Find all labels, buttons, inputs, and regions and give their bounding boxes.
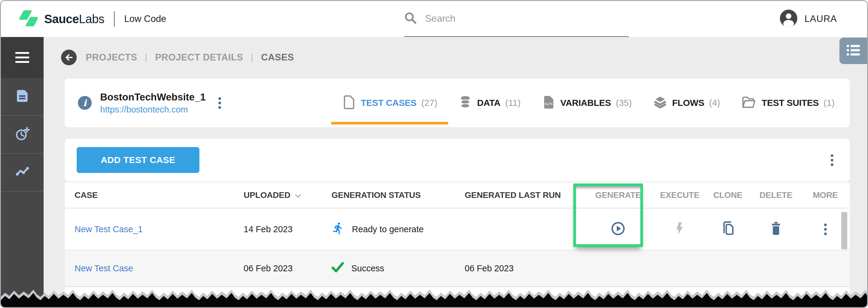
list-panel-button[interactable]	[839, 38, 867, 64]
brand-divider	[114, 11, 115, 27]
list-icon	[845, 43, 861, 59]
avatar-icon	[780, 10, 797, 28]
header-execute: EXECUTE	[653, 190, 707, 200]
case-name-link[interactable]: New Test Case	[74, 264, 244, 273]
table-header-row: CASE UPLOADED GENERATION STATUS GENERATE…	[65, 182, 850, 209]
clone-action[interactable]	[707, 221, 749, 238]
breadcrumb-separator: |	[145, 53, 147, 63]
layers-icon	[653, 95, 668, 111]
toolbar-kebab-menu[interactable]	[827, 153, 838, 168]
search-placeholder: Search	[425, 13, 455, 24]
product-name: Low Code	[124, 13, 166, 24]
generation-status: Success	[332, 262, 465, 275]
table-row: New Test Case_1 14 Feb 2023 Ready to gen…	[65, 209, 850, 251]
kebab-icon	[820, 222, 831, 237]
uploaded-date: 06 Feb 2023	[244, 264, 332, 273]
sidebar-menu-button[interactable]	[1, 37, 43, 78]
trend-icon	[15, 164, 30, 181]
user-name: LAURA	[805, 13, 837, 24]
header-delete: DELETE	[749, 190, 803, 200]
file-icon	[342, 94, 356, 111]
status-text: Ready to generate	[352, 224, 424, 234]
tab-test-suites[interactable]: TEST SUITES (1)	[739, 95, 836, 111]
generate-highlight-box	[573, 183, 643, 247]
breadcrumb-separator: |	[251, 53, 253, 63]
project-url-link[interactable]: https://bostontech.com	[100, 105, 206, 115]
tab-flows[interactable]: FLOWS (4)	[651, 95, 722, 111]
top-bar: SauceLabs Low Code Search	[1, 1, 867, 37]
breadcrumb-cases: CASES	[261, 52, 294, 63]
tab-label: TEST SUITES	[762, 98, 819, 108]
info-icon[interactable]: i	[78, 96, 92, 110]
toolbar-card: ADD TEST CASE	[65, 138, 850, 181]
lightning-icon	[674, 221, 686, 237]
document-icon	[15, 89, 29, 104]
header-generated-last-run: GENERATED LAST RUN	[465, 190, 583, 200]
header-clone: CLONE	[707, 190, 749, 200]
tab-label: TEST CASES	[361, 98, 416, 108]
tab-label: FLOWS	[672, 98, 704, 108]
tab-data[interactable]: DATA (11)	[457, 95, 522, 111]
copy-icon	[721, 221, 735, 238]
case-name-link[interactable]: New Test Case_1	[74, 224, 244, 234]
project-kebab-menu[interactable]	[214, 95, 225, 111]
project-title: BostonTechWebsite_1	[100, 91, 206, 103]
code-file-icon: </>	[542, 94, 556, 111]
torn-edge-decoration	[1, 286, 867, 307]
tab-label: VARIABLES	[560, 98, 611, 108]
tab-count: (35)	[616, 98, 631, 108]
clock-plus-icon	[15, 126, 30, 143]
brand: SauceLabs Low Code	[18, 1, 166, 37]
check-icon	[332, 262, 344, 275]
table-row: New Test Case 06 Feb 2023 Success 06 Feb…	[65, 251, 850, 287]
vertical-scrollbar[interactable]	[841, 212, 847, 249]
tab-variables[interactable]: </> VARIABLES (35)	[540, 94, 634, 111]
header-more: MORE	[803, 190, 848, 200]
tab-count: (1)	[824, 98, 835, 108]
execute-action[interactable]	[653, 221, 707, 237]
brand-bold: Sauce	[44, 12, 79, 26]
sidebar	[1, 37, 43, 307]
header-generation-status: GENERATION STATUS	[332, 190, 465, 200]
tab-count: (11)	[505, 98, 521, 108]
header-uploaded-label: UPLOADED	[244, 190, 290, 200]
tab-count: (27)	[422, 98, 437, 108]
sidebar-item-history[interactable]	[1, 116, 43, 154]
sidebar-item-analytics[interactable]	[1, 154, 43, 192]
chevron-down-icon	[295, 190, 301, 200]
project-info: i BostonTechWebsite_1 https://bostontech…	[78, 91, 225, 115]
user-menu[interactable]: LAURA	[780, 1, 837, 37]
add-test-case-button[interactable]: ADD TEST CASE	[77, 147, 199, 173]
back-button[interactable]	[61, 50, 77, 65]
sidebar-item-projects[interactable]	[1, 78, 43, 116]
project-header-card: i BostonTechWebsite_1 https://bostontech…	[65, 79, 850, 127]
status-text: Success	[351, 264, 384, 273]
generation-status: Ready to generate	[332, 221, 465, 238]
generated-last-run: 06 Feb 2023	[465, 264, 583, 273]
screenshot-frame: SauceLabs Low Code Search	[0, 0, 868, 308]
saucelabs-logo-icon	[18, 8, 38, 29]
project-tabs: TEST CASES (27) DATA (11)	[340, 94, 836, 111]
search-icon	[404, 11, 417, 26]
tab-count: (4)	[709, 98, 720, 108]
breadcrumb-projects[interactable]: PROJECTS	[86, 52, 137, 63]
brand-name: SauceLabs	[44, 12, 104, 26]
database-icon	[458, 95, 472, 111]
folder-open-icon	[741, 95, 757, 111]
breadcrumb: PROJECTS | PROJECT DETAILS | CASES	[61, 50, 294, 65]
svg-text:</>: </>	[545, 101, 553, 106]
uploaded-date: 14 Feb 2023	[244, 224, 332, 234]
main-content: PROJECTS | PROJECT DETAILS | CASES i Bos…	[43, 37, 867, 307]
delete-action[interactable]	[749, 221, 803, 237]
header-case[interactable]: CASE	[74, 190, 244, 200]
brand-regular: Labs	[79, 12, 104, 26]
tab-label: DATA	[477, 98, 500, 108]
trash-icon	[769, 221, 783, 237]
breadcrumb-project-details[interactable]: PROJECT DETAILS	[155, 52, 243, 63]
header-uploaded[interactable]: UPLOADED	[244, 190, 332, 200]
hamburger-menu-icon	[16, 52, 29, 63]
run-icon	[332, 221, 345, 238]
tab-test-cases[interactable]: TEST CASES (27)	[340, 94, 439, 111]
search-input[interactable]: Search	[404, 1, 629, 37]
